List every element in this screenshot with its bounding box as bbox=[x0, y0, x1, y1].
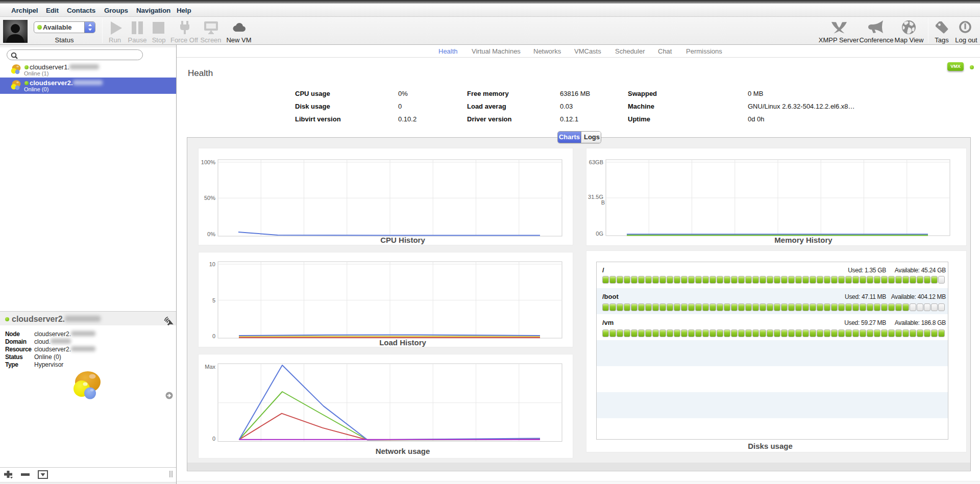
svg-text:Max: Max bbox=[205, 364, 215, 370]
svg-text:B: B bbox=[601, 199, 605, 206]
svg-text:5: 5 bbox=[212, 297, 215, 303]
svg-text:0G: 0G bbox=[596, 231, 603, 237]
svg-text:10: 10 bbox=[209, 261, 215, 267]
svg-text:100%: 100% bbox=[201, 159, 215, 165]
svg-text:0: 0 bbox=[212, 436, 215, 442]
svg-text:63GB: 63GB bbox=[589, 159, 603, 165]
svg-text:50%: 50% bbox=[204, 195, 215, 201]
